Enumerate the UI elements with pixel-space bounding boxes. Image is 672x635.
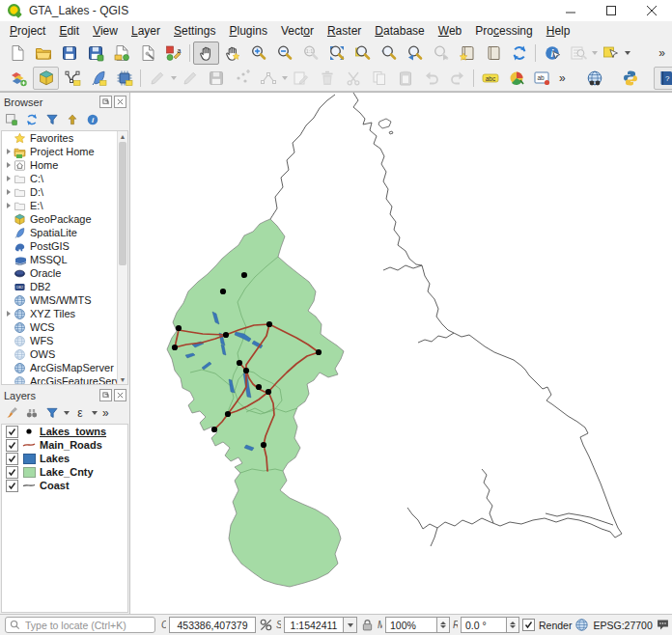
locator-box[interactable] (5, 617, 155, 633)
browser-float-button[interactable] (99, 96, 112, 108)
crs-globe-icon[interactable] (574, 618, 589, 632)
zoom-out-button[interactable] (271, 41, 297, 65)
browser-item-wcs[interactable]: WCS (2, 320, 127, 334)
zoom-last-button[interactable] (402, 41, 428, 65)
zoom-to-layer-button[interactable] (376, 41, 402, 65)
menu-processing[interactable]: Processing (468, 22, 539, 40)
menu-vector[interactable]: Vector (274, 22, 321, 40)
browser-item-geopackage[interactable]: GeoPackage (2, 212, 127, 226)
browser-item-wms[interactable]: WMS/WMTS (2, 293, 127, 307)
select-features-button[interactable] (598, 41, 624, 65)
layers-close-button[interactable] (114, 389, 126, 401)
layer-row-lakes[interactable]: Lakes (2, 452, 127, 465)
layer-row-lake-cnty[interactable]: Lake_Cnty (2, 465, 127, 479)
help-button[interactable] (654, 67, 672, 90)
layer-row-lakes-towns[interactable]: Lakes_towns (2, 425, 127, 438)
refresh-button[interactable] (506, 41, 532, 65)
browser-item-postgis[interactable]: PostGIS (2, 239, 127, 253)
menu-plugins[interactable]: Plugins (222, 22, 273, 40)
coordinate-box[interactable]: 453386,407379 (169, 617, 256, 633)
expand-arrow-icon[interactable] (4, 161, 13, 170)
browser-item-c-drive[interactable]: C:\ (2, 172, 127, 185)
new-shapefile-button[interactable] (59, 67, 85, 90)
refresh-browser-button[interactable] (22, 111, 42, 128)
browser-tree[interactable]: Favorites Project Home Home C:\ D:\ E:\ … (1, 130, 128, 385)
new-geopackage-button[interactable] (33, 67, 59, 90)
expand-arrow-icon[interactable] (4, 310, 13, 318)
new-project-button[interactable] (4, 41, 30, 65)
menu-help[interactable]: Help (540, 22, 577, 40)
minimize-button[interactable] (550, 0, 591, 21)
show-layout-manager-button[interactable] (134, 41, 160, 65)
filter-legend-button[interactable] (42, 404, 62, 422)
crs-status[interactable]: EPSG:27700 (593, 620, 652, 631)
new-spatialite-button[interactable] (85, 67, 111, 90)
toolbar-overflow-button[interactable]: » (655, 46, 668, 60)
scroll-down-icon[interactable]: ▼ (118, 374, 127, 384)
menu-layer[interactable]: Layer (125, 22, 167, 40)
layer-row-main-roads[interactable]: Main_Roads (2, 438, 127, 452)
label-toolbar-button[interactable]: ab (529, 67, 555, 90)
layer-visibility-checkbox[interactable] (6, 453, 18, 465)
browser-item-mssql[interactable]: MSSQL (2, 253, 127, 266)
browser-properties-button[interactable] (83, 111, 102, 128)
expand-arrow-icon[interactable] (4, 175, 13, 183)
layer-visibility-checkbox[interactable] (6, 426, 18, 438)
close-button[interactable] (631, 0, 672, 21)
toggle-extents-icon[interactable] (259, 618, 273, 632)
menu-raster[interactable]: Raster (321, 22, 368, 40)
layer-labeling-button[interactable]: abc (477, 67, 503, 90)
layers-list[interactable]: Lakes_towns Main_Roads Lakes Lake_Cnty C (1, 424, 128, 613)
browser-item-xyz-tiles[interactable]: XYZ Tiles (2, 307, 127, 320)
browser-close-button[interactable] (114, 96, 126, 108)
menu-web[interactable]: Web (432, 22, 468, 40)
toolbar-overflow-button[interactable]: » (555, 71, 569, 85)
browser-item-db2[interactable]: DB2 (2, 280, 127, 293)
show-bookmarks-button[interactable] (480, 41, 506, 65)
manage-map-themes-button[interactable] (22, 404, 42, 422)
browser-item-oracle[interactable]: Oracle (2, 266, 127, 280)
browser-item-spatialite[interactable]: SpatiaLite (2, 226, 127, 239)
browser-item-d-drive[interactable]: D:\ (2, 185, 127, 199)
add-selected-layers-button[interactable] (2, 111, 21, 128)
filter-browser-button[interactable] (42, 111, 62, 128)
scrollbar-thumb[interactable] (119, 142, 126, 265)
messages-icon[interactable] (656, 618, 670, 632)
zoom-full-button[interactable] (323, 41, 350, 65)
zoom-to-selection-button[interactable] (350, 41, 376, 65)
filter-legend-dropdown[interactable] (64, 411, 70, 415)
python-console-button[interactable] (618, 67, 644, 90)
rotation-box[interactable]: 0.0 ° (461, 617, 507, 633)
save-project-button[interactable] (56, 41, 82, 65)
expand-arrow-icon[interactable] (4, 148, 13, 156)
layers-overflow-button[interactable]: » (98, 406, 112, 420)
browser-item-home[interactable]: Home (2, 158, 127, 172)
select-features-dropdown[interactable] (625, 51, 630, 55)
menu-view[interactable]: View (86, 22, 125, 40)
zoom-in-button[interactable] (245, 41, 271, 65)
menu-edit[interactable]: Edit (52, 22, 86, 40)
scroll-up-icon[interactable]: ▲ (118, 131, 127, 141)
expand-arrow-icon[interactable] (4, 202, 13, 210)
magnifier-spinner[interactable] (437, 617, 450, 633)
metasearch-button[interactable] (582, 67, 608, 90)
expression-filter-button[interactable]: ε (70, 404, 90, 422)
browser-item-arcgis-map-server[interactable]: ArcGisMapServer (2, 361, 127, 374)
identify-features-button[interactable] (539, 41, 565, 65)
scale-dropdown-button[interactable] (344, 617, 357, 633)
layer-visibility-checkbox[interactable] (6, 480, 18, 492)
render-checkbox[interactable] (522, 619, 535, 631)
open-project-button[interactable] (30, 41, 56, 65)
layer-visibility-checkbox[interactable] (6, 439, 18, 452)
menu-database[interactable]: Database (368, 22, 431, 40)
map-canvas[interactable] (130, 93, 672, 614)
expression-filter-dropdown[interactable] (92, 411, 98, 415)
browser-item-favorites[interactable]: Favorites (2, 131, 127, 145)
magnifier-box[interactable]: 100% (385, 617, 437, 633)
scale-box[interactable]: 1:1542411 (284, 617, 344, 633)
save-project-as-button[interactable] (82, 41, 108, 65)
layer-row-coast[interactable]: Coast (2, 479, 127, 492)
pan-to-selection-button[interactable] (219, 41, 245, 65)
open-layer-styling-button[interactable] (2, 404, 21, 422)
data-source-manager-button[interactable] (4, 67, 33, 90)
